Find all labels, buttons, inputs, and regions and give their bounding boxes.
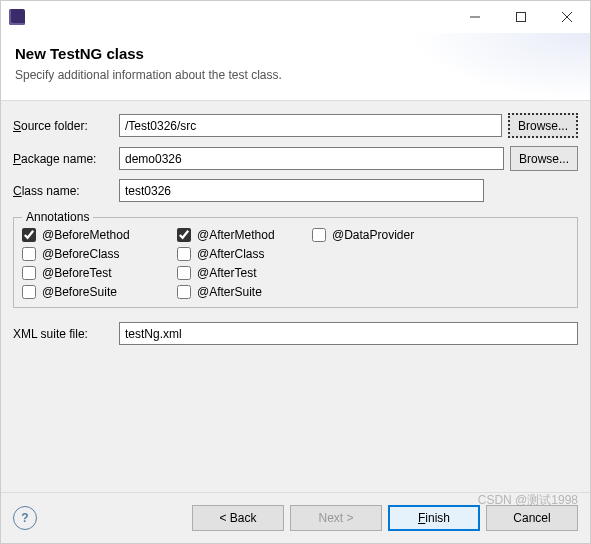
annotations-legend: Annotations: [22, 210, 93, 224]
annotation-label: @AfterClass: [197, 247, 265, 261]
eclipse-icon: [9, 9, 25, 25]
xml-suite-input[interactable]: [119, 322, 578, 345]
annotation-item: @AfterClass: [177, 247, 312, 261]
annotations-fieldset: Annotations @BeforeMethod@AfterMethod@Da…: [13, 210, 578, 308]
cancel-button[interactable]: Cancel: [486, 505, 578, 531]
annotation-item: @BeforeSuite: [22, 285, 177, 299]
titlebar-left: [1, 9, 33, 25]
annotation-label: @BeforeTest: [42, 266, 112, 280]
header-decoration: [410, 33, 590, 100]
wizard-buttons: < Back Next > Finish Cancel: [192, 505, 578, 531]
next-button: Next >: [290, 505, 382, 531]
titlebar: [1, 1, 590, 33]
annotation-item: @BeforeClass: [22, 247, 177, 261]
package-name-input[interactable]: [119, 147, 504, 170]
annotation-label: @AfterMethod: [197, 228, 275, 242]
xml-suite-row: XML suite file:: [13, 322, 578, 345]
annotation-label: @BeforeSuite: [42, 285, 117, 299]
annotation-checkbox[interactable]: [22, 228, 36, 242]
annotation-label: @AfterSuite: [197, 285, 262, 299]
annotation-item: @AfterMethod: [177, 228, 312, 242]
annotation-checkbox[interactable]: [177, 285, 191, 299]
titlebar-controls: [452, 1, 590, 33]
annotation-checkbox[interactable]: [312, 228, 326, 242]
package-name-browse-button[interactable]: Browse...: [510, 146, 578, 171]
close-button[interactable]: [544, 1, 590, 33]
back-button[interactable]: < Back: [192, 505, 284, 531]
class-name-row: Class name:: [13, 179, 578, 202]
annotation-item: @AfterSuite: [177, 285, 312, 299]
annotation-item: @AfterTest: [177, 266, 312, 280]
dialog-window: New TestNG class Specify additional info…: [0, 0, 591, 544]
finish-button[interactable]: Finish: [388, 505, 480, 531]
source-folder-label: Source folder:: [13, 119, 113, 133]
xml-suite-label: XML suite file:: [13, 327, 113, 341]
annotation-checkbox[interactable]: [177, 266, 191, 280]
annotation-checkbox[interactable]: [22, 285, 36, 299]
annotation-item: @BeforeTest: [22, 266, 177, 280]
help-button[interactable]: ?: [13, 506, 37, 530]
annotation-label: @AfterTest: [197, 266, 257, 280]
annotation-checkbox[interactable]: [22, 266, 36, 280]
dialog-footer: ? < Back Next > Finish Cancel: [1, 492, 590, 543]
source-folder-input[interactable]: [119, 114, 502, 137]
annotation-label: @DataProvider: [332, 228, 414, 242]
annotation-item: [312, 247, 447, 261]
class-name-label: Class name:: [13, 184, 113, 198]
annotation-checkbox[interactable]: [177, 228, 191, 242]
annotations-grid: @BeforeMethod@AfterMethod@DataProvider@B…: [22, 228, 569, 299]
annotation-item: [312, 266, 447, 280]
package-name-row: Package name: Browse...: [13, 146, 578, 171]
page-title: New TestNG class: [15, 45, 576, 62]
annotation-checkbox[interactable]: [177, 247, 191, 261]
minimize-button[interactable]: [452, 1, 498, 33]
package-name-label: Package name:: [13, 152, 113, 166]
source-folder-browse-button[interactable]: Browse...: [508, 113, 578, 138]
class-name-input[interactable]: [119, 179, 484, 202]
dialog-header: New TestNG class Specify additional info…: [1, 33, 590, 100]
annotation-item: @BeforeMethod: [22, 228, 177, 242]
page-subtitle: Specify additional information about the…: [15, 68, 576, 82]
annotation-label: @BeforeMethod: [42, 228, 130, 242]
dialog-content: Source folder: Browse... Package name: B…: [1, 100, 590, 492]
annotation-checkbox[interactable]: [22, 247, 36, 261]
source-folder-row: Source folder: Browse...: [13, 113, 578, 138]
maximize-button[interactable]: [498, 1, 544, 33]
annotation-label: @BeforeClass: [42, 247, 120, 261]
annotation-item: @DataProvider: [312, 228, 447, 242]
svg-rect-1: [517, 13, 526, 22]
